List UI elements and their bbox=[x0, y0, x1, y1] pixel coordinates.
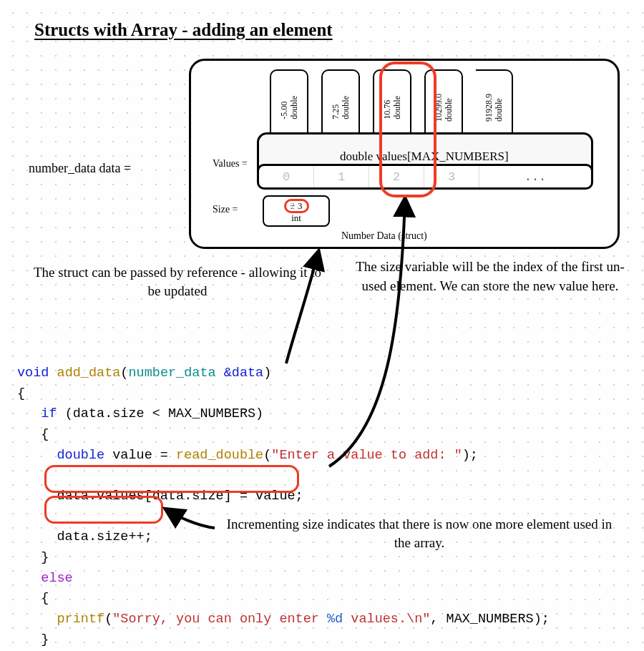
index-0: 0 bbox=[259, 166, 314, 187]
size-type: int bbox=[291, 213, 301, 223]
values-label: Values = bbox=[213, 158, 248, 170]
note-increment: Incrementing size indicates that there i… bbox=[219, 515, 620, 552]
size-box: 23 int bbox=[263, 195, 330, 227]
note-sizeindex: The size variable will be the index of t… bbox=[353, 258, 627, 295]
index-ellipsis: ... bbox=[479, 166, 591, 187]
note-passbyref: The struct can be passed by reference - … bbox=[26, 263, 329, 300]
page-title: Structs with Array - adding an element bbox=[34, 20, 333, 40]
highlight-assign-line bbox=[44, 465, 299, 493]
size-label: Size = bbox=[213, 204, 238, 215]
struct-caption: Number Data (struct) bbox=[341, 230, 427, 242]
index-1: 1 bbox=[314, 166, 369, 187]
highlight-column-icon bbox=[379, 62, 436, 197]
highlight-increment-line bbox=[44, 496, 163, 524]
struct-lhs-label: number_data data = bbox=[29, 161, 131, 176]
size-value-chip: 23 bbox=[284, 199, 309, 213]
